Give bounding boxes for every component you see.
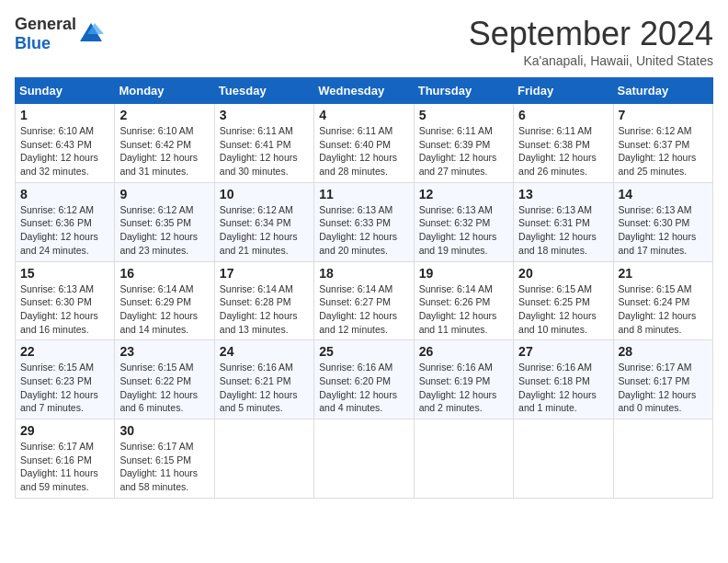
calendar-cell: 27Sunrise: 6:16 AM Sunset: 6:18 PM Dayli… bbox=[514, 340, 613, 419]
day-info: Sunrise: 6:15 AM Sunset: 6:22 PM Dayligh… bbox=[119, 361, 209, 415]
day-info: Sunrise: 6:12 AM Sunset: 6:37 PM Dayligh… bbox=[619, 124, 708, 178]
day-number: 2 bbox=[119, 108, 209, 122]
calendar-week-row: 22Sunrise: 6:15 AM Sunset: 6:23 PM Dayli… bbox=[16, 340, 713, 419]
day-number: 8 bbox=[20, 187, 109, 201]
day-info: Sunrise: 6:12 AM Sunset: 6:35 PM Dayligh… bbox=[119, 203, 209, 258]
day-number: 20 bbox=[518, 266, 608, 281]
day-number: 10 bbox=[220, 187, 309, 201]
calendar-cell: 1Sunrise: 6:10 AM Sunset: 6:43 PM Daylig… bbox=[16, 104, 115, 183]
calendar-cell: 26Sunrise: 6:16 AM Sunset: 6:19 PM Dayli… bbox=[414, 340, 513, 419]
calendar-cell: 11Sunrise: 6:13 AM Sunset: 6:33 PM Dayli… bbox=[314, 182, 414, 261]
calendar-cell bbox=[414, 419, 513, 499]
calendar-cell: 9Sunrise: 6:12 AM Sunset: 6:35 PM Daylig… bbox=[115, 182, 214, 261]
day-info: Sunrise: 6:17 AM Sunset: 6:15 PM Dayligh… bbox=[119, 440, 209, 494]
calendar-cell bbox=[514, 419, 613, 499]
calendar-cell: 20Sunrise: 6:15 AM Sunset: 6:25 PM Dayli… bbox=[514, 261, 613, 340]
day-info: Sunrise: 6:12 AM Sunset: 6:36 PM Dayligh… bbox=[20, 203, 109, 258]
calendar-cell: 15Sunrise: 6:13 AM Sunset: 6:30 PM Dayli… bbox=[16, 261, 115, 340]
day-number: 1 bbox=[20, 108, 109, 122]
weekday-header-friday: Friday bbox=[514, 78, 613, 104]
calendar-cell bbox=[314, 419, 414, 499]
day-info: Sunrise: 6:11 AM Sunset: 6:38 PM Dayligh… bbox=[518, 124, 608, 178]
day-info: Sunrise: 6:17 AM Sunset: 6:17 PM Dayligh… bbox=[619, 361, 708, 415]
weekday-header-saturday: Saturday bbox=[613, 78, 712, 104]
page-header: General Blue September 2024 Ka'anapali, … bbox=[15, 15, 713, 68]
day-info: Sunrise: 6:11 AM Sunset: 6:41 PM Dayligh… bbox=[220, 124, 309, 178]
calendar-cell: 6Sunrise: 6:11 AM Sunset: 6:38 PM Daylig… bbox=[514, 104, 613, 183]
calendar-cell: 14Sunrise: 6:13 AM Sunset: 6:30 PM Dayli… bbox=[613, 182, 712, 261]
day-number: 25 bbox=[319, 344, 408, 359]
day-info: Sunrise: 6:15 AM Sunset: 6:23 PM Dayligh… bbox=[20, 361, 109, 415]
weekday-header-wednesday: Wednesday bbox=[314, 78, 414, 104]
day-info: Sunrise: 6:11 AM Sunset: 6:40 PM Dayligh… bbox=[319, 124, 408, 178]
logo: General Blue bbox=[15, 15, 104, 53]
day-info: Sunrise: 6:11 AM Sunset: 6:39 PM Dayligh… bbox=[419, 124, 508, 178]
day-info: Sunrise: 6:15 AM Sunset: 6:25 PM Dayligh… bbox=[518, 282, 608, 337]
calendar-cell: 12Sunrise: 6:13 AM Sunset: 6:32 PM Dayli… bbox=[414, 182, 513, 261]
day-number: 14 bbox=[619, 187, 708, 201]
day-number: 26 bbox=[419, 344, 508, 359]
calendar-cell: 22Sunrise: 6:15 AM Sunset: 6:23 PM Dayli… bbox=[16, 340, 115, 419]
day-number: 6 bbox=[518, 108, 608, 122]
day-info: Sunrise: 6:14 AM Sunset: 6:26 PM Dayligh… bbox=[419, 282, 508, 337]
weekday-header-tuesday: Tuesday bbox=[214, 78, 313, 104]
calendar-week-row: 1Sunrise: 6:10 AM Sunset: 6:43 PM Daylig… bbox=[16, 104, 713, 183]
calendar-cell: 16Sunrise: 6:14 AM Sunset: 6:29 PM Dayli… bbox=[115, 261, 214, 340]
calendar-cell bbox=[214, 419, 313, 499]
day-number: 19 bbox=[419, 266, 508, 281]
day-number: 29 bbox=[20, 423, 109, 438]
day-info: Sunrise: 6:16 AM Sunset: 6:18 PM Dayligh… bbox=[518, 361, 608, 415]
calendar-cell: 29Sunrise: 6:17 AM Sunset: 6:16 PM Dayli… bbox=[16, 419, 115, 499]
day-number: 22 bbox=[20, 344, 109, 359]
day-number: 4 bbox=[319, 108, 408, 122]
calendar-cell: 21Sunrise: 6:15 AM Sunset: 6:24 PM Dayli… bbox=[613, 261, 712, 340]
day-info: Sunrise: 6:14 AM Sunset: 6:28 PM Dayligh… bbox=[220, 282, 309, 337]
day-number: 13 bbox=[518, 187, 608, 201]
weekday-header-monday: Monday bbox=[115, 78, 214, 104]
calendar-week-row: 8Sunrise: 6:12 AM Sunset: 6:36 PM Daylig… bbox=[16, 182, 713, 261]
title-block: September 2024 Ka'anapali, Hawaii, Unite… bbox=[469, 15, 713, 68]
weekday-header-sunday: Sunday bbox=[16, 78, 115, 104]
day-info: Sunrise: 6:16 AM Sunset: 6:20 PM Dayligh… bbox=[319, 361, 408, 415]
day-number: 9 bbox=[119, 187, 209, 201]
calendar-cell: 13Sunrise: 6:13 AM Sunset: 6:31 PM Dayli… bbox=[514, 182, 613, 261]
day-info: Sunrise: 6:13 AM Sunset: 6:33 PM Dayligh… bbox=[319, 203, 408, 258]
calendar-cell: 8Sunrise: 6:12 AM Sunset: 6:36 PM Daylig… bbox=[16, 182, 115, 261]
calendar-cell: 19Sunrise: 6:14 AM Sunset: 6:26 PM Dayli… bbox=[414, 261, 513, 340]
calendar-week-row: 15Sunrise: 6:13 AM Sunset: 6:30 PM Dayli… bbox=[16, 261, 713, 340]
calendar-cell: 10Sunrise: 6:12 AM Sunset: 6:34 PM Dayli… bbox=[214, 182, 313, 261]
logo-general: General bbox=[15, 15, 76, 33]
calendar-cell: 18Sunrise: 6:14 AM Sunset: 6:27 PM Dayli… bbox=[314, 261, 414, 340]
calendar-cell: 4Sunrise: 6:11 AM Sunset: 6:40 PM Daylig… bbox=[314, 104, 414, 183]
day-number: 3 bbox=[220, 108, 309, 122]
calendar-cell bbox=[613, 419, 712, 499]
day-number: 24 bbox=[220, 344, 309, 359]
day-info: Sunrise: 6:13 AM Sunset: 6:30 PM Dayligh… bbox=[20, 282, 109, 337]
day-number: 21 bbox=[619, 266, 708, 281]
day-info: Sunrise: 6:13 AM Sunset: 6:31 PM Dayligh… bbox=[518, 203, 608, 258]
day-info: Sunrise: 6:13 AM Sunset: 6:32 PM Dayligh… bbox=[419, 203, 508, 258]
day-number: 15 bbox=[20, 266, 109, 281]
day-number: 28 bbox=[619, 344, 708, 359]
weekday-header-thursday: Thursday bbox=[414, 78, 513, 104]
day-number: 11 bbox=[319, 187, 408, 201]
calendar-cell: 25Sunrise: 6:16 AM Sunset: 6:20 PM Dayli… bbox=[314, 340, 414, 419]
day-info: Sunrise: 6:15 AM Sunset: 6:24 PM Dayligh… bbox=[619, 282, 708, 337]
day-number: 17 bbox=[220, 266, 309, 281]
logo-blue: Blue bbox=[15, 34, 51, 52]
day-info: Sunrise: 6:10 AM Sunset: 6:42 PM Dayligh… bbox=[119, 124, 209, 178]
calendar-week-row: 29Sunrise: 6:17 AM Sunset: 6:16 PM Dayli… bbox=[16, 419, 713, 499]
weekday-header-row: SundayMondayTuesdayWednesdayThursdayFrid… bbox=[16, 78, 713, 104]
day-number: 7 bbox=[619, 108, 708, 122]
calendar-cell: 30Sunrise: 6:17 AM Sunset: 6:15 PM Dayli… bbox=[115, 419, 214, 499]
calendar-cell: 2Sunrise: 6:10 AM Sunset: 6:42 PM Daylig… bbox=[115, 104, 214, 183]
day-info: Sunrise: 6:17 AM Sunset: 6:16 PM Dayligh… bbox=[20, 440, 109, 494]
day-number: 30 bbox=[119, 423, 209, 438]
day-number: 12 bbox=[419, 187, 508, 201]
day-info: Sunrise: 6:14 AM Sunset: 6:29 PM Dayligh… bbox=[119, 282, 209, 337]
calendar-cell: 5Sunrise: 6:11 AM Sunset: 6:39 PM Daylig… bbox=[414, 104, 513, 183]
day-info: Sunrise: 6:16 AM Sunset: 6:19 PM Dayligh… bbox=[419, 361, 508, 415]
day-info: Sunrise: 6:12 AM Sunset: 6:34 PM Dayligh… bbox=[220, 203, 309, 258]
location-text: Ka'anapali, Hawaii, United States bbox=[469, 53, 713, 68]
day-info: Sunrise: 6:13 AM Sunset: 6:30 PM Dayligh… bbox=[619, 203, 708, 258]
